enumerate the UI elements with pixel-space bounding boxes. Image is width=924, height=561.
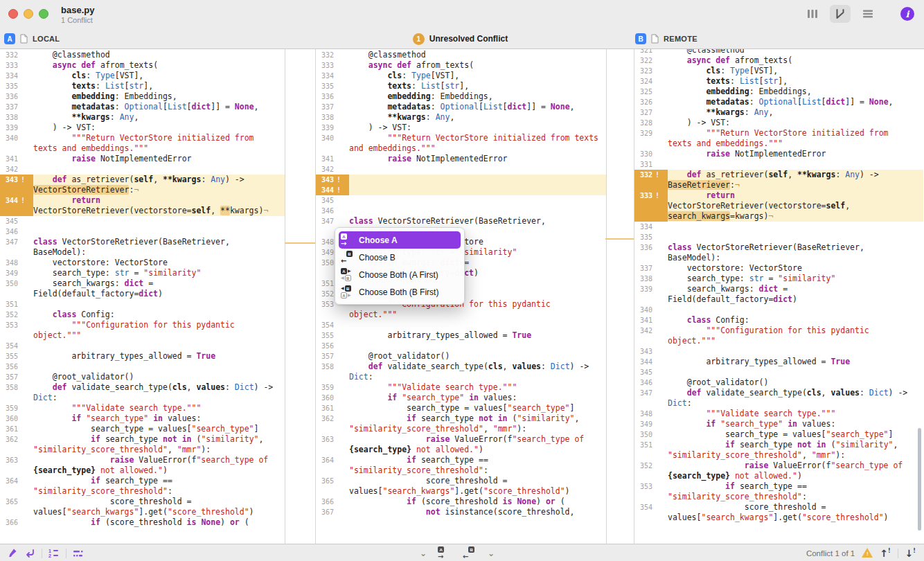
line-number: 332 bbox=[0, 50, 33, 60]
code-line: 329 """Return VectorStore initialized fr… bbox=[634, 128, 923, 149]
svg-text:1: 1 bbox=[48, 549, 51, 553]
code-text: @root_validator() bbox=[668, 377, 923, 388]
code-line: 332 @classmethod bbox=[316, 50, 606, 60]
svg-text:2: 2 bbox=[48, 553, 51, 558]
line-number: 321 bbox=[634, 48, 668, 55]
menu-item-label: Choose Both (B First) bbox=[359, 287, 438, 297]
code-line: 366 if (score_threshold is None) or ( bbox=[0, 517, 285, 528]
code-line: 360 if "search_type" in values: bbox=[316, 393, 606, 403]
code-text: raise ValueError(f"search_type of {searc… bbox=[349, 434, 606, 455]
chevron-down-icon[interactable]: ⌄ bbox=[420, 549, 427, 558]
code-line: 334 cls: Type[VST], bbox=[316, 71, 606, 81]
remote-pane-header: B REMOTE bbox=[635, 32, 698, 46]
toolbar-separator bbox=[42, 549, 42, 558]
conflict-code-line[interactable]: 333 return VectorStoreRetriever(vectorst… bbox=[634, 190, 923, 222]
fluid-merge-view-icon[interactable] bbox=[830, 5, 851, 23]
code-line: 333 async def afrom_texts( bbox=[0, 60, 285, 71]
code-line: 350 search_type = values["search_type"] bbox=[634, 429, 923, 440]
code-line: 342 bbox=[0, 164, 285, 175]
line-number: 366 bbox=[0, 517, 33, 528]
code-text: if search_type not in ("similarity", "si… bbox=[33, 434, 285, 455]
line-number: 360 bbox=[0, 413, 33, 424]
line-number: 335 bbox=[0, 81, 33, 91]
code-line: 348 """Validate search type.""" bbox=[634, 409, 923, 419]
code-line: 333 async def afrom_texts( bbox=[316, 60, 606, 71]
whitespace-markers-icon[interactable] bbox=[73, 548, 84, 559]
code-line: 337 metadatas: Optional[List[dict]] = No… bbox=[0, 102, 285, 112]
code-text bbox=[668, 367, 923, 377]
code-text: class Config: bbox=[668, 315, 923, 326]
columns-view-icon[interactable] bbox=[802, 5, 823, 23]
code-text: **kwargs: Any, bbox=[33, 112, 285, 123]
unified-view-icon[interactable] bbox=[858, 5, 878, 23]
code-text: @classmethod bbox=[349, 50, 606, 60]
conflict-code-line[interactable]: 344 bbox=[316, 185, 606, 195]
code-text bbox=[668, 222, 923, 232]
code-text: async def afrom_texts( bbox=[349, 60, 606, 71]
chevron-down-icon[interactable]: ⌄ bbox=[488, 549, 495, 558]
remote-code-pane[interactable]: 321 @classmethod322 async def afrom_text… bbox=[634, 48, 923, 544]
code-line: 338 **kwargs: Any, bbox=[0, 112, 285, 123]
code-text: return VectorStoreRetriever(vectorstore=… bbox=[668, 190, 923, 222]
choose-a-icon[interactable]: A → bbox=[438, 546, 452, 560]
code-line: 360 if "search_type" in values: bbox=[0, 413, 285, 424]
line-number: 350 bbox=[0, 278, 33, 299]
code-text: texts: List[str], bbox=[668, 76, 923, 87]
warning-icon: ! bbox=[862, 548, 873, 558]
code-text: **kwargs: Any, bbox=[668, 107, 923, 118]
line-number: 359 bbox=[316, 382, 349, 393]
conflict-code-line[interactable]: 343 bbox=[316, 175, 606, 185]
vertical-scrollbar[interactable] bbox=[918, 428, 921, 531]
code-line: 321 @classmethod bbox=[634, 48, 923, 55]
menu-item-label: Choose A bbox=[359, 235, 398, 245]
code-line: 358 def validate_search_type(cls, values… bbox=[316, 362, 606, 382]
previous-conflict-button[interactable]: ↑! bbox=[880, 547, 890, 560]
code-line: 355 arbitrary_types_allowed = True bbox=[0, 351, 285, 362]
choose-a-icon: A → bbox=[341, 233, 355, 247]
line-number: 356 bbox=[316, 341, 349, 351]
menu-item-choose-both-b-first[interactable]: ◀B A▶ Choose Both (B First) bbox=[339, 283, 461, 301]
cleanup-brush-icon[interactable] bbox=[7, 548, 18, 559]
close-window-button[interactable] bbox=[8, 9, 18, 19]
line-number: 350 bbox=[634, 429, 668, 440]
line-number: 357 bbox=[0, 372, 33, 382]
choose-b-icon[interactable]: B ← bbox=[463, 546, 477, 560]
code-line: 356 bbox=[0, 362, 285, 372]
conflict-count-subtitle: 1 Conflict bbox=[61, 16, 93, 24]
code-line: 345 bbox=[634, 367, 923, 377]
conflict-code-line[interactable]: 343 def as_retriever(self, **kwargs: Any… bbox=[0, 175, 285, 195]
code-text: """Return VectorStore initialized from t… bbox=[668, 128, 923, 149]
conflict-code-line[interactable]: 332 def as_retriever(self, **kwargs: Any… bbox=[634, 170, 923, 190]
code-line: 354 bbox=[0, 341, 285, 351]
line-number: 337 bbox=[634, 263, 668, 274]
conflict-code-line[interactable]: 344 return VectorStoreRetriever(vectorst… bbox=[0, 195, 285, 216]
code-line: 323 cls: Type[VST], bbox=[634, 66, 923, 76]
line-number: 343 bbox=[316, 175, 349, 185]
line-number: 347 bbox=[0, 237, 33, 258]
line-number: 342 bbox=[0, 164, 33, 175]
menu-item-choose-both-a-first[interactable]: A▶ ◀B Choose Both (A First) bbox=[339, 266, 461, 283]
code-text: search_type = values["search_type"] bbox=[33, 424, 285, 434]
zoom-window-button[interactable] bbox=[39, 9, 48, 19]
code-line: 337 vectorstore: VectorStore bbox=[634, 263, 923, 274]
code-text: texts: List[str], bbox=[33, 81, 285, 91]
local-code-pane[interactable]: 332 @classmethod333 async def afrom_text… bbox=[0, 48, 285, 544]
code-text bbox=[349, 164, 606, 175]
code-line: 336class VectorStoreRetriever(BaseRetrie… bbox=[634, 242, 923, 263]
next-conflict-button[interactable]: ↓! bbox=[905, 547, 916, 560]
code-text: """Return VectorStore initialized from t… bbox=[33, 133, 285, 154]
line-number: 367 bbox=[316, 507, 349, 517]
choose-both-a-first-icon: A▶ ◀B bbox=[341, 268, 355, 282]
line-number: 338 bbox=[0, 112, 33, 123]
menu-item-choose-b[interactable]: B ← Choose B bbox=[339, 249, 461, 266]
menu-item-choose-a[interactable]: A → Choose A bbox=[339, 231, 461, 249]
merged-pane-label: Unresolved Conflict bbox=[429, 34, 508, 44]
wrap-lines-icon[interactable] bbox=[24, 548, 35, 559]
line-numbers-icon[interactable]: 12 bbox=[48, 548, 60, 559]
line-number: 346 bbox=[0, 226, 33, 237]
menu-item-label: Choose B bbox=[359, 253, 396, 262]
minimize-window-button[interactable] bbox=[24, 9, 33, 19]
code-text bbox=[33, 299, 285, 310]
view-toolbar: i bbox=[802, 5, 914, 23]
info-button[interactable]: i bbox=[900, 7, 914, 21]
